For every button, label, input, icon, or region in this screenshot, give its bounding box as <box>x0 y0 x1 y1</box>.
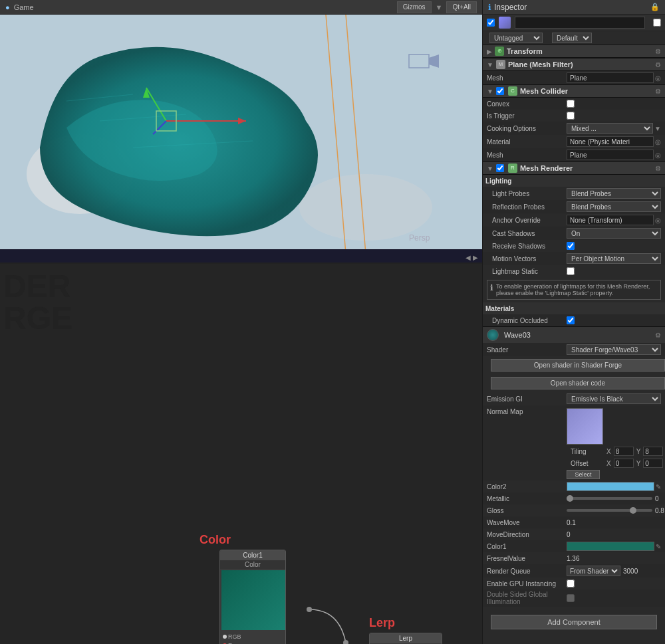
color1-picker[interactable]: ✎ <box>656 543 661 550</box>
collider-mesh-label: Mesh <box>487 152 567 159</box>
color1-title: Color1 <box>220 550 285 560</box>
mesh-filter-icon: M <box>496 60 505 69</box>
render-queue-select[interactable]: From Shader <box>567 566 620 576</box>
transform-section-header[interactable]: ▶ ⊕ Transform ⚙ <box>483 45 665 58</box>
convex-checkbox[interactable] <box>567 100 575 108</box>
object-name-input[interactable]: Plane <box>515 17 645 29</box>
transform-menu[interactable]: ⚙ <box>655 48 661 55</box>
cooking-select[interactable]: Mixed ... <box>567 123 653 134</box>
color1-prop-row: Color1 ✎ <box>483 540 665 552</box>
double-sided-label: Double Sided Global Illumination <box>487 591 567 605</box>
metallic-row: Metallic 0 <box>483 492 665 504</box>
offset-x-input[interactable] <box>614 459 634 468</box>
mesh-renderer-menu[interactable]: ⚙ <box>655 165 661 172</box>
view-controls: ◀ ▶ <box>466 254 478 261</box>
fresnel-value-value: 1.36 <box>567 555 579 562</box>
gpu-instancing-checkbox[interactable] <box>567 580 575 588</box>
wave03-settings[interactable]: ⚙ <box>655 332 661 339</box>
normal-map-label: Normal Map <box>487 408 567 415</box>
lightmap-info-box: ℹ To enable generation of lightmaps for … <box>487 280 661 300</box>
dynamic-occluded-row: Dynamic Occluded <box>483 314 665 326</box>
trigger-checkbox[interactable] <box>567 112 575 120</box>
game-tab-label[interactable]: Game <box>14 3 34 11</box>
mesh-filter-title: Plane (Mesh Filter) <box>508 60 573 68</box>
color1-swatch[interactable] <box>567 542 654 551</box>
collider-mesh-circle[interactable]: ◎ <box>655 152 661 159</box>
persp-label: Persp <box>409 233 430 243</box>
offset-y-label: Y <box>636 460 641 467</box>
open-code-button[interactable]: Open shader code <box>491 377 665 389</box>
mesh-filter-mesh-input[interactable] <box>567 72 654 83</box>
inspector-title: Inspector <box>494 3 527 12</box>
normal-map-preview[interactable] <box>567 408 603 445</box>
inspector-lock[interactable]: 🔒 <box>650 3 660 11</box>
mesh-collider-menu[interactable]: ⚙ <box>655 88 661 95</box>
metallic-slider[interactable] <box>567 497 652 500</box>
render-queue-num: 3000 <box>623 568 638 575</box>
color2-swatch[interactable] <box>567 482 654 491</box>
mesh-renderer-enable[interactable] <box>496 164 504 172</box>
color1-node[interactable]: Color1 Color RGB R G B A 0.0 0.4 0.3 1 <box>219 550 286 644</box>
anchor-override-input[interactable] <box>567 215 654 225</box>
color2-picker[interactable]: ✎ <box>656 483 661 490</box>
emission-gi-row: Emission GI Emissive Is Black <box>483 392 665 405</box>
lerp-node[interactable]: Lerp A B T <box>369 633 442 644</box>
reflection-probes-row: Reflection Probes Blend Probes <box>483 200 665 213</box>
mesh-filter-header[interactable]: ▼ M Plane (Mesh Filter) ⚙ <box>483 58 665 71</box>
cast-shadows-select[interactable]: On <box>567 228 661 239</box>
tag-select[interactable]: Untagged <box>489 33 543 43</box>
tiling-x-label: X <box>606 448 611 455</box>
motion-vectors-select[interactable]: Per Object Motion <box>567 253 661 264</box>
all-button[interactable]: Qt+All <box>446 1 477 13</box>
gloss-value: 0.8 <box>655 507 665 514</box>
tiling-y-label: Y <box>636 448 641 455</box>
gizmos-button[interactable]: Gizmos <box>397 1 432 13</box>
gpu-instancing-label: Enable GPU Instancing <box>487 580 567 588</box>
shader-forge-panel: DER RGE <box>0 264 482 644</box>
transform-title: Transform <box>507 47 543 55</box>
normal-map-row: Normal Map Tiling X Y Offset X Y Sel <box>483 405 665 481</box>
reflection-probes-select[interactable]: Blend Probes <box>567 201 661 212</box>
add-component-button[interactable]: Add Component <box>491 615 657 629</box>
select-button[interactable]: Select <box>567 470 600 479</box>
sf-bg-text: DER RGE <box>3 270 72 334</box>
offset-row: Offset X Y <box>567 458 661 469</box>
collider-mesh-input[interactable] <box>567 150 654 160</box>
lightmap-static-checkbox[interactable] <box>567 267 575 275</box>
receive-shadows-checkbox[interactable] <box>567 242 575 250</box>
tiling-y-input[interactable] <box>643 447 663 456</box>
static-checkbox[interactable] <box>653 19 661 27</box>
mesh-filter-menu[interactable]: ⚙ <box>655 61 661 68</box>
receive-shadows-row: Receive Shadows <box>483 240 665 252</box>
object-header: Plane <box>483 15 665 31</box>
mesh-collider-enable[interactable] <box>496 87 504 95</box>
wavemove-row: WaveMove 0.1 <box>483 516 665 528</box>
active-checkbox[interactable] <box>487 19 495 27</box>
shader-select[interactable]: Shader Forge/Wave03 <box>567 344 661 355</box>
mesh-renderer-arrow: ▼ <box>487 165 493 172</box>
lightmap-static-row: Lightmap Static <box>483 265 665 277</box>
mesh-renderer-icon: R <box>508 163 517 173</box>
light-probes-row: Light Probes Blend Probes <box>483 187 665 200</box>
dynamic-occluded-checkbox[interactable] <box>567 316 575 324</box>
open-shader-button[interactable]: Open shader in Shader Forge <box>491 359 665 372</box>
convex-label: Convex <box>487 100 567 108</box>
mesh-filter-mesh-circle[interactable]: ◎ <box>655 74 661 82</box>
gloss-label: Gloss <box>487 507 567 514</box>
gizmos-arrow: ▼ <box>436 3 443 11</box>
light-probes-select[interactable]: Blend Probes <box>567 188 661 199</box>
layer-select[interactable]: Default <box>552 33 592 43</box>
gloss-row: Gloss 0.8 <box>483 504 665 516</box>
shader-label: Shader <box>487 346 567 354</box>
anchor-circle[interactable]: ◎ <box>655 217 661 224</box>
offset-y-input[interactable] <box>643 459 663 468</box>
mesh-collider-header[interactable]: ▼ C Mesh Collider ⚙ <box>483 84 665 98</box>
emission-gi-select[interactable]: Emissive Is Black <box>567 393 661 404</box>
mesh-renderer-header[interactable]: ▼ R Mesh Renderer ⚙ <box>483 161 665 175</box>
collider-material-input[interactable] <box>567 136 654 147</box>
collider-material-circle[interactable]: ◎ <box>655 138 661 146</box>
color1-ports: RGB R G B A <box>220 631 285 644</box>
emission-gi-label: Emission GI <box>487 395 567 403</box>
tiling-x-input[interactable] <box>614 447 634 456</box>
gloss-slider[interactable] <box>567 509 652 512</box>
